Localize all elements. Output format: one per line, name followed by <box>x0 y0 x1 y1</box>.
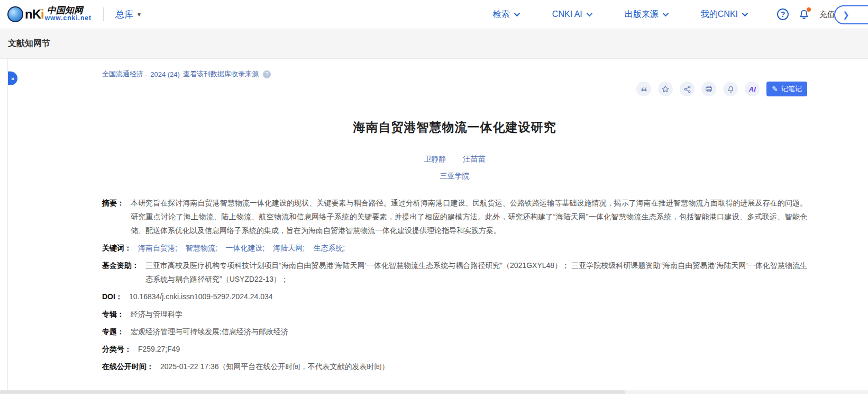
authors-row: 卫静静 汪苗苗 <box>102 155 807 164</box>
chevron-down-icon <box>663 11 669 16</box>
affiliation-row: 三亚学院 <box>102 172 807 181</box>
ai-assistant-icon[interactable]: AI <box>745 82 760 96</box>
online-time-row: 在线公开时间： 2025-01-22 17:36（知网平台在线公开时间，不代表文… <box>102 360 807 373</box>
journal-link[interactable]: 全国流通经济 . <box>102 69 147 79</box>
doi-value: 10.16834/j.cnki.issn1009-5292.2024.24.03… <box>129 290 273 303</box>
chevron-down-icon <box>742 11 748 16</box>
print-icon[interactable] <box>701 82 716 96</box>
divider <box>103 7 104 21</box>
source-help-icon[interactable]: ? <box>263 70 271 78</box>
clc-row: 分类号： F259.27;F49 <box>102 342 807 356</box>
keyword-link[interactable]: 生态系统; <box>313 244 345 252</box>
album-value: 经济与管理科学 <box>131 307 182 321</box>
sidebar-expand-toggle[interactable]: » <box>8 71 17 85</box>
pencil-icon: ✎ <box>772 85 778 93</box>
topic-row: 专题： 宏观经济管理与可持续发展;信息经济与邮政经济 <box>102 325 807 338</box>
funding-row: 基金资助： 三亚市高校及医疗机构专项科技计划项目“海南自由贸易港‘海陆天网’一体… <box>102 258 807 286</box>
globe-icon <box>7 6 23 22</box>
topic-label: 专题： <box>102 325 124 338</box>
album-label: 专辑： <box>102 307 124 321</box>
share-icon[interactable] <box>680 82 695 96</box>
scrollbar-thumb[interactable] <box>0 390 625 394</box>
author-link[interactable]: 卫静静 <box>424 155 446 163</box>
db-selector-dropdown[interactable]: 总库 ▼ <box>115 8 142 21</box>
notification-dot <box>807 7 811 12</box>
affiliation-link[interactable]: 三亚学院 <box>440 172 470 180</box>
abstract-label: 摘要： <box>102 196 124 237</box>
keywords-label: 关键词： <box>102 241 132 255</box>
cite-quote-icon[interactable] <box>636 82 651 96</box>
doi-row: DOI： 10.16834/j.cnki.issn1009-5292.2024.… <box>102 290 807 303</box>
logo-cjk-text: 中国知网 <box>47 6 92 14</box>
chevron-down-icon <box>587 11 592 16</box>
logo-url-text: www.cnki.net <box>45 14 92 22</box>
clc-label: 分类号： <box>102 342 132 356</box>
online-time-value: 2025-01-22 17:36（知网平台在线公开时间，不代表文献的发表时间） <box>160 360 389 373</box>
recharge-link[interactable]: 充值 <box>819 10 835 20</box>
notification-bell-icon[interactable] <box>798 8 810 20</box>
keyword-link[interactable]: 海南自贸港; <box>138 244 177 252</box>
partial-edge-button[interactable]: ❯ <box>834 5 868 24</box>
keyword-link[interactable]: 智慧物流; <box>186 244 217 252</box>
chevron-down-icon <box>514 11 520 16</box>
partial-button-icon: ❯ <box>843 10 849 20</box>
abstract-row: 摘要： 本研究旨在探讨海南自贸港智慧物流一体化建设的现状、关键要素与耦合路径。通… <box>102 196 807 237</box>
journal-issue-link[interactable]: 2024 (24) <box>150 70 180 78</box>
keyword-link[interactable]: 一体化建设; <box>226 244 265 252</box>
online-time-label: 在线公开时间： <box>102 360 154 373</box>
nav-menu-publish-source[interactable]: 出版来源 <box>625 9 667 20</box>
nav-menu-my-cnki[interactable]: 我的CNKI <box>701 9 746 20</box>
funding-label: 基金资助： <box>102 258 139 286</box>
horizontal-scrollbar[interactable] <box>0 390 868 394</box>
favorite-star-icon[interactable] <box>658 82 673 96</box>
clc-value: F259.27;F49 <box>138 342 180 356</box>
top-navbar: nKi 中国知网 www.cnki.net 总库 ▼ 检索 CNKI AI 出版… <box>0 0 868 29</box>
article-card: » 全国流通经济 . 2024 (24) 查看该刊数据库收录来源 ? <box>8 59 868 390</box>
article-toolbar: AI ✎ 记笔记 <box>102 81 807 97</box>
take-note-button[interactable]: ✎ 记笔记 <box>766 82 807 96</box>
breadcrumb-bar: 文献知网节 <box>0 29 868 59</box>
topic-value: 宏观经济管理与可持续发展;信息经济与邮政经济 <box>131 325 288 338</box>
alert-bell-icon[interactable] <box>723 82 738 96</box>
cnki-logo[interactable]: nKi 中国知网 www.cnki.net <box>7 6 92 22</box>
logo-latin-text: nKi <box>25 7 44 22</box>
db-source-link[interactable]: 查看该刊数据库收录来源 <box>183 69 259 79</box>
nav-menus: 检索 CNKI AI 出版来源 我的CNKI <box>493 9 746 20</box>
article-fields: 摘要： 本研究旨在探讨海南自贸港智慧物流一体化建设的现状、关键要素与耦合路径。通… <box>102 196 807 373</box>
nav-menu-search[interactable]: 检索 <box>493 9 518 20</box>
abstract-text: 本研究旨在探讨海南自贸港智慧物流一体化建设的现状、关键要素与耦合路径。通过分析海… <box>131 196 807 237</box>
journal-source-row: 全国流通经济 . 2024 (24) 查看该刊数据库收录来源 ? <box>102 69 807 79</box>
article-title: 海南自贸港智慧物流一体化建设研究 <box>102 119 807 136</box>
funding-text: 三亚市高校及医疗机构专项科技计划项目“海南自由贸易港‘海陆天网’一体化智慧物流生… <box>145 258 807 286</box>
album-row: 专辑： 经济与管理科学 <box>102 307 807 321</box>
caret-down-icon: ▼ <box>136 12 142 17</box>
keyword-link[interactable]: 海陆天网; <box>273 244 305 252</box>
page-title: 文献知网节 <box>8 38 50 49</box>
doi-label: DOI： <box>102 290 123 303</box>
keywords-row: 关键词： 海南自贸港; 智慧物流; 一体化建设; 海陆天网; 生态系统; <box>102 241 807 255</box>
help-icon[interactable]: ? <box>777 8 789 20</box>
author-link[interactable]: 汪苗苗 <box>463 155 485 163</box>
nav-menu-cnki-ai[interactable]: CNKI AI <box>552 10 591 19</box>
